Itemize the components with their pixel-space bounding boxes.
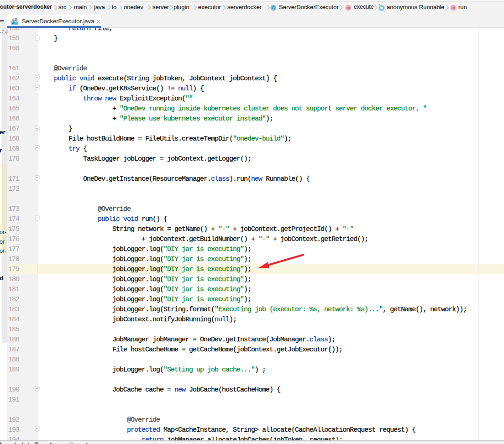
svg-text:C: C [272,5,275,10]
svg-text:J: J [12,21,14,25]
svg-text:m: m [452,5,455,10]
svg-text:m: m [346,5,350,10]
